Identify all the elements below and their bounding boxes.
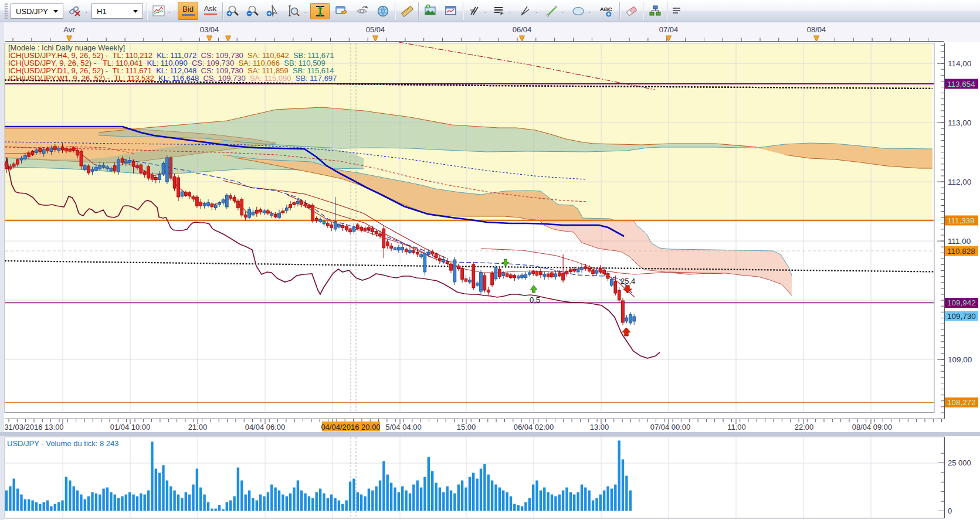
svg-text:08/04 09:00: 08/04 09:00 [852,423,893,431]
svg-text:05/04: 05/04 [366,25,385,34]
svg-text:11:00: 11:00 [727,423,746,431]
svg-text:0,5: 0,5 [530,295,540,304]
svg-text:109,730: 109,730 [947,312,976,321]
svg-text:06/04: 06/04 [513,25,532,34]
svg-text:21:00: 21:00 [188,423,208,431]
svg-text:07/04 00:00: 07/04 00:00 [650,423,691,431]
svg-text:113,00: 113,00 [948,118,971,127]
svg-text:06/04 02:00: 06/04 02:00 [514,423,554,431]
svg-text:111,339: 111,339 [947,216,975,225]
svg-text:109,942: 109,942 [947,298,976,307]
svg-text:08/04: 08/04 [807,25,826,34]
svg-text:113,654: 113,654 [947,80,975,89]
svg-text:25,4: 25,4 [620,277,635,286]
svg-text:108,272: 108,272 [947,398,976,407]
svg-text:03/04: 03/04 [200,25,219,34]
svg-text:110,828: 110,828 [947,247,975,256]
svg-text:0: 0 [948,507,952,515]
svg-text:22:00: 22:00 [795,423,814,431]
svg-text:31/03/2016 13:00: 31/03/2016 13:00 [4,423,63,431]
svg-text:04/04 06:00: 04/04 06:00 [245,423,286,431]
svg-text:07/04: 07/04 [659,25,679,34]
svg-text:15:00: 15:00 [457,423,476,431]
svg-text:109,00: 109,00 [948,355,972,364]
svg-text:25 000: 25 000 [948,458,971,467]
svg-text:111,00: 111,00 [948,237,971,246]
svg-text:5/04 04:00: 5/04 04:00 [385,423,421,431]
svg-text:04/04/2016 20:00: 04/04/2016 20:00 [321,423,380,431]
svg-text:13:00: 13:00 [590,423,609,431]
svg-text:114,00: 114,00 [948,59,971,68]
svg-text:ABC: ABC [600,6,612,12]
svg-text:USD/JPY - Volume du tick: 8 24: USD/JPY - Volume du tick: 8 243 [7,439,119,448]
svg-text:01/04 10:00: 01/04 10:00 [110,423,151,431]
svg-text:Avr: Avr [63,25,75,34]
svg-text:F: F [500,11,504,16]
svg-text:112,00: 112,00 [948,178,971,186]
